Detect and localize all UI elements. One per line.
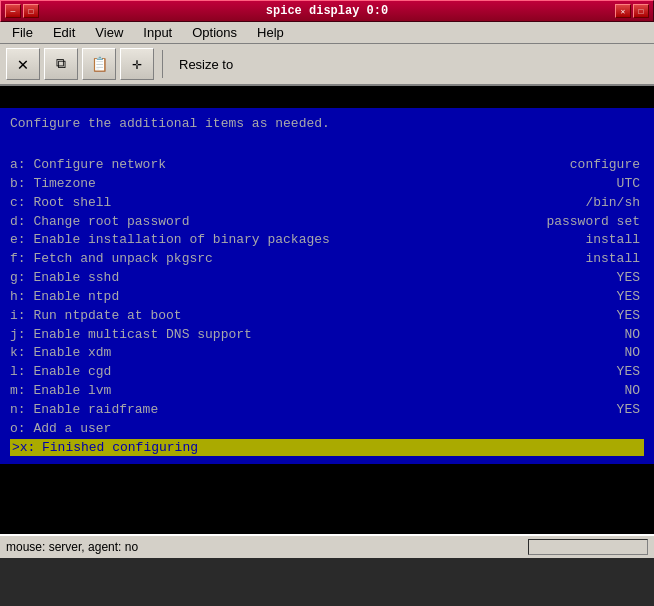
toolbar-separator [162, 50, 163, 78]
menu-list-item[interactable]: l: Enable cgdYES [10, 363, 644, 382]
close-button[interactable]: ✕ [6, 48, 40, 80]
title-bar: ─ □ spice display 0:0 ✕ □ [0, 0, 654, 22]
menu-view[interactable]: View [87, 23, 131, 42]
menu-list: a: Configure networkconfigureb: Timezone… [10, 156, 644, 456]
menu-list-item[interactable]: n: Enable raidframeYES [10, 401, 644, 420]
menu-list-item[interactable]: m: Enable lvmNO [10, 382, 644, 401]
menu-edit[interactable]: Edit [45, 23, 83, 42]
menu-list-item[interactable]: i: Run ntpdate at bootYES [10, 307, 644, 326]
toolbar: ✕ ⧉ 📋 ✛ Resize to [0, 44, 654, 86]
title-close-button[interactable]: ✕ [615, 4, 631, 18]
menu-bar: File Edit View Input Options Help [0, 22, 654, 44]
menu-list-item[interactable]: k: Enable xdmNO [10, 344, 644, 363]
black-strip-bottom [0, 464, 654, 534]
menu-list-item[interactable]: e: Enable installation of binary package… [10, 231, 644, 250]
title-bar-left-controls: ─ □ [5, 4, 39, 18]
menu-options[interactable]: Options [184, 23, 245, 42]
menu-list-item[interactable]: d: Change root passwordpassword set [10, 213, 644, 232]
title-maximize-button[interactable]: □ [23, 4, 39, 18]
paste-button[interactable]: 📋 [82, 48, 116, 80]
menu-list-item[interactable]: c: Root shell/bin/sh [10, 194, 644, 213]
title-restore-button[interactable]: □ [633, 4, 649, 18]
status-indicator [528, 539, 648, 555]
menu-help[interactable]: Help [249, 23, 292, 42]
copy-button[interactable]: ⧉ [44, 48, 78, 80]
window-title: spice display 0:0 [39, 4, 615, 18]
menu-list-item[interactable]: >x: Finished configuring [10, 439, 644, 456]
menu-list-item[interactable]: g: Enable sshdYES [10, 269, 644, 288]
move-button[interactable]: ✛ [120, 48, 154, 80]
menu-list-item[interactable]: j: Enable multicast DNS supportNO [10, 326, 644, 345]
title-minimize-button[interactable]: ─ [5, 4, 21, 18]
status-bar: mouse: server, agent: no [0, 534, 654, 558]
status-text: mouse: server, agent: no [6, 540, 528, 554]
terminal[interactable]: Configure the additional items as needed… [0, 108, 654, 464]
menu-list-item[interactable]: o: Add a user [10, 420, 644, 439]
menu-list-item[interactable]: a: Configure networkconfigure [10, 156, 644, 175]
menu-list-item[interactable]: f: Fetch and unpack pkgsrcinstall [10, 250, 644, 269]
black-strip-top [0, 86, 654, 108]
menu-list-item[interactable]: b: TimezoneUTC [10, 175, 644, 194]
menu-file[interactable]: File [4, 23, 41, 42]
menu-input[interactable]: Input [135, 23, 180, 42]
resize-label: Resize to [171, 57, 241, 72]
display-area: Configure the additional items as needed… [0, 86, 654, 534]
terminal-header: Configure the additional items as needed… [10, 116, 644, 131]
menu-list-item[interactable]: h: Enable ntpdYES [10, 288, 644, 307]
title-bar-right-controls: ✕ □ [615, 4, 649, 18]
